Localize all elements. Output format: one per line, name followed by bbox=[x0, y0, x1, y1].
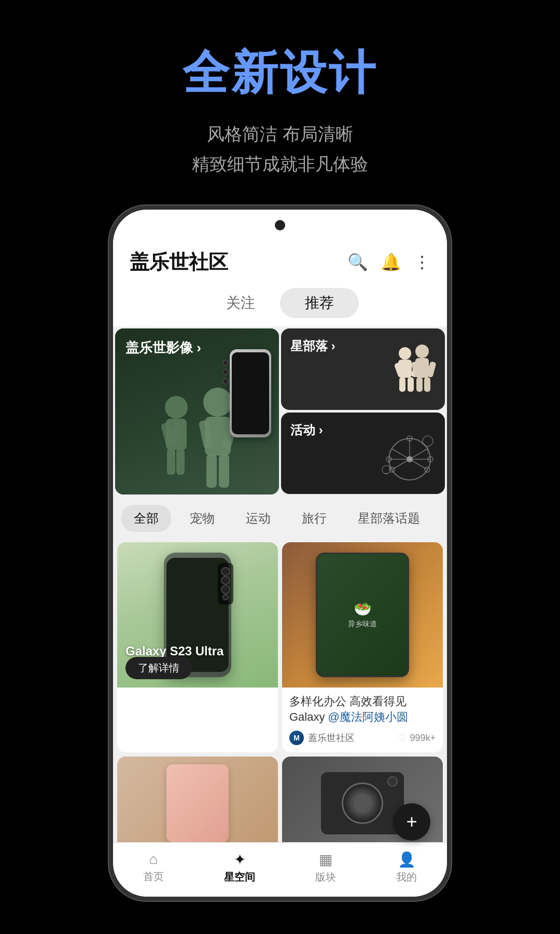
banner-imaging[interactable]: 盖乐世影像 › bbox=[115, 328, 279, 495]
nav-starspace[interactable]: ✦ 星空间 bbox=[212, 851, 268, 884]
category-pet[interactable]: 宠物 bbox=[177, 505, 227, 532]
post-description: 多样化办公 高效看得见Galaxy @魔法阿姨小圆 bbox=[289, 694, 436, 726]
post-grid: Galaxy S23 Ultra 了解详情 🥗 bbox=[113, 540, 447, 842]
banner-activity-label: 活动 › bbox=[290, 422, 323, 438]
top-section: 全新设计 风格简洁 布局清晰 精致细节成就非凡体验 bbox=[183, 0, 377, 205]
category-sport[interactable]: 运动 bbox=[233, 505, 283, 532]
nav-home-label: 首页 bbox=[143, 870, 164, 884]
post-info-tablet: 多样化办公 高效看得见Galaxy @魔法阿姨小圆 M 蓋乐世社区 ♡ 999k… bbox=[282, 688, 443, 753]
svg-line-28 bbox=[392, 459, 410, 470]
star-figures-icon bbox=[387, 342, 439, 394]
bell-icon[interactable]: 🔔 bbox=[381, 252, 401, 272]
svg-line-27 bbox=[410, 459, 427, 470]
tab-follow[interactable]: 关注 bbox=[201, 288, 280, 318]
content-area[interactable]: 盖乐世影像 › bbox=[113, 326, 447, 842]
camera-dot bbox=[275, 220, 285, 230]
phone-screen: 盖乐世社区 🔍 🔔 ⋮ 关注 推荐 bbox=[113, 210, 447, 897]
likes-count: 999k+ bbox=[410, 733, 436, 744]
category-bar: 全部 宠物 运动 旅行 星部落话题 bbox=[113, 497, 447, 540]
svg-rect-10 bbox=[206, 454, 217, 488]
more-icon[interactable]: ⋮ bbox=[414, 252, 430, 272]
flip-image bbox=[117, 757, 278, 842]
fab-icon: + bbox=[406, 811, 417, 833]
banner-starclub-label: 星部落 › bbox=[290, 338, 335, 354]
svg-point-12 bbox=[399, 347, 411, 360]
nav-sections[interactable]: ▦ 版块 bbox=[303, 851, 348, 884]
subtitle: 风格简洁 布局清晰 精致细节成就非凡体验 bbox=[183, 119, 377, 180]
category-all[interactable]: 全部 bbox=[121, 505, 171, 532]
svg-line-29 bbox=[410, 449, 427, 459]
svg-rect-22 bbox=[416, 377, 423, 392]
post-card-galaxy[interactable]: Galaxy S23 Ultra 了解详情 bbox=[117, 542, 278, 753]
svg-point-0 bbox=[165, 396, 188, 419]
svg-rect-17 bbox=[408, 377, 414, 392]
search-icon[interactable]: 🔍 bbox=[347, 252, 368, 272]
post-meta: M 蓋乐世社区 ♡ 999k+ bbox=[289, 731, 436, 745]
header-icons: 🔍 🔔 ⋮ bbox=[347, 252, 430, 272]
home-icon: ⌂ bbox=[149, 851, 158, 868]
nav-mine[interactable]: 👤 我的 bbox=[384, 851, 429, 884]
post-likes: ♡ 999k+ bbox=[398, 732, 436, 744]
mine-icon: 👤 bbox=[398, 851, 416, 868]
nav-home[interactable]: ⌂ 首页 bbox=[131, 851, 176, 884]
status-bar bbox=[113, 210, 447, 241]
author-avatar: M bbox=[289, 731, 304, 745]
phone-frame: 盖乐世社区 🔍 🔔 ⋮ 关注 推荐 bbox=[109, 205, 451, 901]
banner-activity[interactable]: 活动 › bbox=[281, 413, 445, 494]
tab-recommend[interactable]: 推荐 bbox=[280, 288, 359, 318]
author-name: 蓋乐世社区 bbox=[308, 732, 355, 744]
post-image-galaxy: Galaxy S23 Ultra 了解详情 bbox=[117, 542, 278, 688]
post-image-tablet: 🥗 异乡味道 bbox=[282, 542, 443, 688]
starspace-icon: ✦ bbox=[234, 851, 246, 868]
know-more-button[interactable]: 了解详情 bbox=[125, 657, 192, 679]
banner-imaging-label: 盖乐世影像 › bbox=[125, 339, 201, 357]
tab-bar: 关注 推荐 bbox=[113, 284, 447, 326]
category-travel[interactable]: 旅行 bbox=[289, 505, 339, 532]
category-startopic[interactable]: 星部落话题 bbox=[345, 505, 432, 532]
post-card-tablet[interactable]: 🥗 异乡味道 多样化办公 高效看得见Galaxy @魔法阿姨小圆 bbox=[282, 542, 443, 753]
sections-icon: ▦ bbox=[319, 851, 332, 868]
galaxy-product-name: Galaxy S23 Ultra bbox=[125, 644, 223, 658]
subtitle-line1: 风格简洁 布局清晰 bbox=[207, 124, 353, 144]
svg-line-30 bbox=[392, 449, 410, 459]
heart-icon: ♡ bbox=[398, 732, 407, 744]
svg-rect-16 bbox=[399, 377, 405, 392]
svg-rect-5 bbox=[176, 449, 185, 475]
svg-rect-11 bbox=[219, 454, 229, 488]
nav-sections-label: 版块 bbox=[315, 870, 336, 884]
bottom-nav: ⌂ 首页 ✦ 星空间 ▦ 版块 👤 我的 bbox=[113, 842, 447, 897]
svg-point-38 bbox=[423, 436, 433, 446]
svg-rect-4 bbox=[167, 449, 175, 475]
page-wrapper: 全新设计 风格简洁 布局清晰 精致细节成就非凡体验 盖乐世社区 🔍 🔔 ⋮ bbox=[0, 0, 560, 934]
page-title: 全新设计 bbox=[183, 42, 377, 105]
nav-mine-label: 我的 bbox=[396, 870, 417, 884]
app-name: 盖乐世社区 bbox=[130, 249, 228, 276]
activity-wheel-icon bbox=[379, 431, 441, 488]
fab-button[interactable]: + bbox=[393, 803, 430, 841]
banner-grid: 盖乐世影像 › bbox=[115, 328, 445, 495]
banner-starclub[interactable]: 星部落 › bbox=[281, 328, 445, 410]
subtitle-line2: 精致细节成就非凡体验 bbox=[192, 154, 368, 174]
app-header: 盖乐世社区 🔍 🔔 ⋮ bbox=[113, 241, 447, 284]
post-author: M 蓋乐世社区 bbox=[289, 731, 355, 745]
post-card-flip[interactable] bbox=[117, 757, 278, 842]
nav-starspace-label: 星空间 bbox=[224, 870, 255, 884]
svg-rect-23 bbox=[424, 377, 430, 392]
svg-point-18 bbox=[415, 345, 429, 358]
